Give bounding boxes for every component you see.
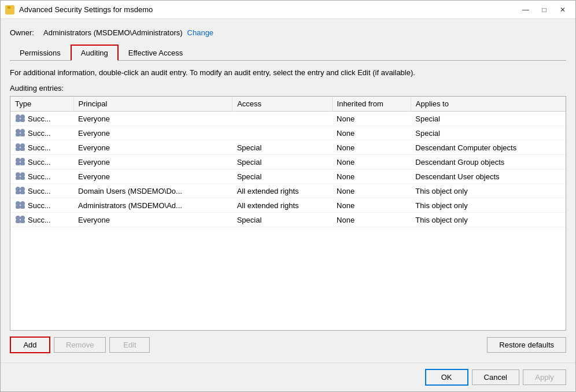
svg-rect-20 bbox=[16, 176, 20, 180]
svg-rect-1 bbox=[8, 6, 10, 9]
ok-button[interactable]: OK bbox=[425, 369, 468, 386]
cell-applies: Special bbox=[411, 126, 566, 140]
svg-rect-21 bbox=[20, 176, 25, 180]
cell-applies: This object only bbox=[411, 184, 566, 198]
cell-inherited: None bbox=[332, 184, 411, 198]
svg-point-14 bbox=[16, 158, 20, 162]
cell-type: Succ... bbox=[10, 169, 73, 184]
cell-type: Succ... bbox=[10, 184, 73, 198]
title-bar: Advanced Security Settings for msdemo — … bbox=[1, 1, 575, 19]
svg-point-18 bbox=[16, 172, 20, 177]
svg-rect-32 bbox=[16, 220, 20, 223]
footer: OK Cancel Apply bbox=[1, 363, 575, 391]
cell-type: Succ... bbox=[10, 213, 73, 227]
cell-access: All extended rights bbox=[232, 184, 332, 198]
owner-row: Owner: Administrators (MSDEMO\Administra… bbox=[10, 28, 566, 37]
table-row[interactable]: Succ... Administrators (MSDEMO\Ad...All … bbox=[10, 198, 566, 213]
cell-principal: Everyone bbox=[73, 112, 232, 126]
add-button[interactable]: Add bbox=[10, 336, 50, 353]
cell-principal: Domain Users (MSDEMO\Do... bbox=[73, 184, 232, 198]
col-applies: Applies to bbox=[411, 97, 566, 112]
svg-rect-17 bbox=[20, 162, 25, 165]
cell-access bbox=[232, 126, 332, 140]
svg-rect-29 bbox=[20, 205, 25, 209]
table-row[interactable]: Succ... EveryoneNoneSpecial bbox=[10, 126, 566, 140]
auditing-entries-table: Type Principal Access Inherited from App… bbox=[10, 96, 566, 331]
main-window: Advanced Security Settings for msdemo — … bbox=[0, 0, 576, 392]
col-type: Type bbox=[10, 97, 73, 112]
col-principal: Principal bbox=[73, 97, 232, 112]
cell-type: Succ... bbox=[10, 126, 73, 140]
table-row[interactable]: Succ... EveryoneNoneSpecial bbox=[10, 112, 566, 126]
cell-principal: Everyone bbox=[73, 213, 232, 227]
cell-inherited: None bbox=[332, 213, 411, 227]
cell-principal: Everyone bbox=[73, 155, 232, 169]
cell-access: All extended rights bbox=[232, 198, 332, 213]
remove-button[interactable]: Remove bbox=[54, 337, 106, 353]
main-content: Owner: Administrators (MSDEMO\Administra… bbox=[1, 19, 575, 363]
owner-change-link[interactable]: Change bbox=[187, 28, 214, 37]
cell-applies: Descendant User objects bbox=[411, 169, 566, 184]
table-row[interactable]: Succ... EveryoneSpecialNoneDescendant Co… bbox=[10, 140, 566, 155]
svg-point-7 bbox=[20, 129, 25, 134]
cell-applies: This object only bbox=[411, 198, 566, 213]
restore-defaults-button[interactable]: Restore defaults bbox=[487, 337, 566, 353]
window-icon bbox=[5, 5, 14, 14]
maximize-button[interactable]: □ bbox=[536, 3, 552, 16]
owner-value: Administrators (MSDEMO\Administrators) bbox=[43, 28, 183, 37]
svg-point-23 bbox=[20, 187, 25, 191]
table-row[interactable]: Succ... EveryoneSpecialNoneDescendant Gr… bbox=[10, 155, 566, 169]
tab-effective-access[interactable]: Effective Access bbox=[119, 45, 193, 61]
svg-rect-12 bbox=[16, 147, 20, 151]
svg-rect-28 bbox=[16, 205, 20, 209]
edit-button[interactable]: Edit bbox=[109, 337, 150, 353]
table-row[interactable]: Succ... EveryoneSpecialNoneDescendant Us… bbox=[10, 169, 566, 184]
apply-button[interactable]: Apply bbox=[523, 369, 566, 385]
minimize-button[interactable]: — bbox=[518, 3, 534, 16]
window-title: Advanced Security Settings for msdemo bbox=[19, 5, 518, 14]
tab-permissions[interactable]: Permissions bbox=[10, 45, 71, 61]
svg-rect-5 bbox=[20, 119, 25, 122]
cell-applies: Descendant Computer objects bbox=[411, 140, 566, 155]
cell-applies: Special bbox=[411, 112, 566, 126]
svg-rect-33 bbox=[20, 220, 25, 223]
svg-point-30 bbox=[16, 216, 20, 220]
svg-rect-16 bbox=[16, 162, 20, 165]
col-inherited: Inherited from bbox=[332, 97, 411, 112]
info-text: For additional information, double-click… bbox=[10, 68, 566, 78]
svg-point-11 bbox=[20, 143, 25, 148]
cell-type: Succ... bbox=[10, 140, 73, 155]
tab-auditing[interactable]: Auditing bbox=[71, 45, 119, 61]
owner-label: Owner: bbox=[10, 28, 39, 37]
cell-inherited: None bbox=[332, 126, 411, 140]
cell-type: Succ... bbox=[10, 112, 73, 126]
svg-point-10 bbox=[16, 143, 20, 148]
svg-point-22 bbox=[16, 187, 20, 191]
svg-point-27 bbox=[20, 201, 25, 206]
svg-rect-4 bbox=[16, 119, 20, 122]
svg-rect-9 bbox=[20, 133, 25, 136]
svg-point-26 bbox=[16, 201, 20, 206]
cell-applies: Descendant Group objects bbox=[411, 155, 566, 169]
cell-applies: This object only bbox=[411, 213, 566, 227]
cancel-button[interactable]: Cancel bbox=[472, 369, 519, 385]
svg-point-6 bbox=[16, 129, 20, 134]
svg-rect-24 bbox=[16, 191, 20, 194]
svg-rect-25 bbox=[20, 191, 25, 194]
cell-access: Special bbox=[232, 155, 332, 169]
cell-access: Special bbox=[232, 169, 332, 184]
cell-inherited: None bbox=[332, 198, 411, 213]
cell-principal: Everyone bbox=[73, 169, 232, 184]
cell-inherited: None bbox=[332, 140, 411, 155]
close-button[interactable]: ✕ bbox=[555, 3, 571, 16]
cell-principal: Administrators (MSDEMO\Ad... bbox=[73, 198, 232, 213]
cell-type: Succ... bbox=[10, 198, 73, 213]
entries-label: Auditing entries: bbox=[10, 84, 566, 93]
svg-point-2 bbox=[16, 114, 20, 119]
cell-access bbox=[232, 112, 332, 126]
cell-principal: Everyone bbox=[73, 140, 232, 155]
window-controls: — □ ✕ bbox=[518, 3, 571, 16]
svg-point-19 bbox=[20, 172, 25, 177]
table-row[interactable]: Succ... EveryoneSpecialNoneThis object o… bbox=[10, 213, 566, 227]
table-row[interactable]: Succ... Domain Users (MSDEMO\Do...All ex… bbox=[10, 184, 566, 198]
